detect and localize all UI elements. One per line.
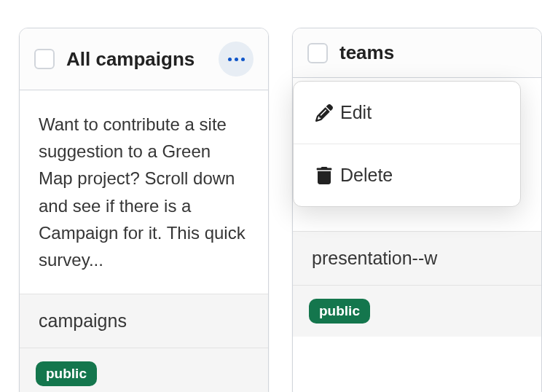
card-slug: campaigns [20, 294, 268, 348]
edit-label: Edit [340, 102, 372, 123]
edit-action[interactable]: Edit [294, 82, 520, 144]
delete-label: Delete [340, 165, 393, 186]
card-header: All campaigns [20, 28, 268, 90]
visibility-badge: public [309, 299, 370, 324]
visibility-badge: public [36, 361, 97, 386]
trash-icon [315, 167, 333, 184]
card-footer: public [20, 348, 268, 392]
select-checkbox[interactable] [34, 49, 55, 69]
card-slug: presentation--w [293, 231, 541, 286]
card-title: teams [339, 42, 527, 64]
pencil-icon [315, 104, 333, 122]
card-title: All campaigns [66, 48, 219, 71]
card-footer: public [293, 286, 541, 337]
card-description: Want to contribute a site suggestion to … [20, 90, 268, 294]
campaign-card: All campaigns Want to contribute a site … [19, 28, 269, 392]
delete-action[interactable]: Delete [294, 144, 520, 206]
more-button[interactable] [219, 42, 254, 77]
select-checkbox[interactable] [307, 43, 328, 63]
actions-dropdown: Edit Delete [293, 81, 521, 207]
card-header: teams [293, 28, 541, 78]
